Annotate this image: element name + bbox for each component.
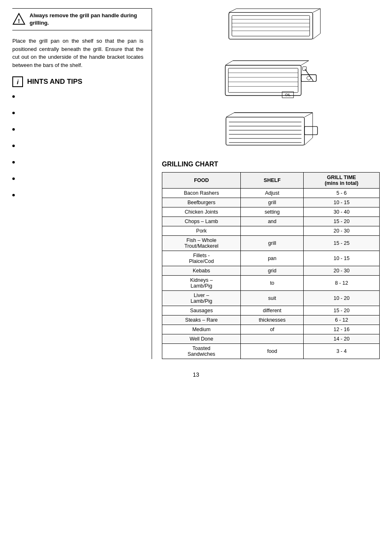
time-cell: 20 - 30 [304,266,380,276]
svg-rect-28 [226,117,304,145]
warning-icon: ! [12,13,25,26]
hints-list [12,93,143,196]
page-number: 13 [12,371,380,378]
shelf-cell [241,226,304,236]
svg-line-8 [229,9,237,12]
food-cell: Chops – Lamb [162,217,241,226]
time-cell: 15 - 20 [304,306,380,315]
svg-line-25 [225,61,233,65]
grilling-table: FOOD SHELF GRILL TIME(mins in total) Bac… [162,172,380,359]
time-cell: 12 - 16 [304,325,380,334]
svg-text:!: ! [18,18,20,24]
time-cell: 30 - 40 [304,207,380,217]
shelf-cell: suit [241,291,304,306]
table-row: Chops – Lamband15 - 20 [162,217,380,226]
bullet-icon [12,112,15,114]
bullet-icon [12,161,15,164]
table-row: Liver – Lamb/Pigsuit10 - 20 [162,291,380,306]
svg-line-37 [304,113,313,117]
bullet-icon [12,194,15,196]
list-item [12,191,143,196]
diagram-2: OIL [217,54,324,103]
time-cell: 5 - 6 [304,189,380,198]
list-item [12,159,143,164]
table-row: Kebabsgrid20 - 30 [162,266,380,276]
food-cell: Chicken Joints [162,207,241,217]
food-cell: Sausages [162,306,241,315]
shelf-cell: food [241,344,304,359]
time-cell: 15 - 20 [304,217,380,226]
table-row: Mediumof12 - 16 [162,325,380,334]
food-cell: Kebabs [162,266,241,276]
intro-paragraph: Place the grill pan on the shelf so that… [12,37,143,69]
bullet-icon [12,95,15,98]
food-cell: Fish – Whole Trout/Mackerel [162,236,241,251]
svg-rect-3 [232,16,309,36]
main-layout: ! Always remove the grill pan handle dur… [12,8,380,359]
bullet-icon [12,128,15,131]
svg-rect-14 [228,68,298,92]
svg-rect-19 [301,75,316,82]
shelf-cell: and [241,217,304,226]
svg-line-9 [313,9,321,12]
hints-heading: i HINTS AND TIPS [12,76,143,87]
shelf-cell: grid [241,266,304,276]
left-column: ! Always remove the grill pan handle dur… [12,8,152,359]
svg-rect-35 [304,127,318,135]
list-item [12,126,143,131]
list-item [12,109,143,114]
shelf-cell: grill [241,198,304,207]
shelf-cell: of [241,325,304,334]
time-cell: 3 - 4 [304,344,380,359]
food-cell: Steaks – Rare [162,315,241,325]
svg-line-40 [304,138,313,145]
food-cell: Kidneys – Lamb/Pig [162,276,241,291]
hints-title: HINTS AND TIPS [27,78,82,86]
shelf-cell: setting [241,207,304,217]
table-row: Well Done14 - 20 [162,334,380,344]
time-cell: 10 - 15 [304,198,380,207]
time-cell: 15 - 25 [304,236,380,251]
shelf-cell: to [241,276,304,291]
time-cell: 10 - 15 [304,251,380,266]
shelf-cell [241,334,304,344]
warning-box: ! Always remove the grill pan handle dur… [12,8,152,30]
list-item [12,142,143,147]
shelf-cell: Adjust [241,189,304,198]
shelf-cell: thicknesses [241,315,304,325]
right-column: OIL [152,8,380,359]
shelf-cell: pan [241,251,304,266]
time-cell: 6 - 12 [304,315,380,325]
bullet-icon [12,145,15,147]
shelf-cell: different [241,306,304,315]
svg-text:OIL: OIL [285,93,291,97]
svg-rect-2 [229,12,313,39]
list-item [12,93,143,98]
time-cell: 10 - 20 [304,291,380,306]
time-cell: 14 - 20 [304,334,380,344]
table-row: Pork20 - 30 [162,226,380,236]
warning-label: Always remove the grill pan handle durin… [30,12,137,26]
svg-line-26 [301,61,309,65]
shelf-cell: grill [241,236,304,251]
time-cell: 8 - 12 [304,276,380,291]
table-row: Kidneys – Lamb/Pigto8 - 12 [162,276,380,291]
table-row: Steaks – Rarethicknesses6 - 12 [162,315,380,325]
warning-text: Always remove the grill pan handle durin… [30,12,152,27]
food-cell: Medium [162,325,241,334]
food-cell: Pork [162,226,241,236]
info-icon: i [12,76,23,87]
table-row: Fish – Whole Trout/Mackerelgrill15 - 25 [162,236,380,251]
svg-line-21 [305,69,313,81]
list-item [12,175,143,180]
food-cell: Beefburgers [162,198,241,207]
diagram-3 [217,110,324,151]
food-cell: Fillets - Plaice/Cod [162,251,241,266]
bullet-icon [12,177,15,180]
col-shelf: SHELF [241,173,304,189]
diagram-1 [217,8,324,47]
food-cell: Liver – Lamb/Pig [162,291,241,306]
col-time: GRILL TIME(mins in total) [304,173,380,189]
table-row: Beefburgersgrill10 - 15 [162,198,380,207]
table-row: Toasted Sandwichesfood3 - 4 [162,344,380,359]
